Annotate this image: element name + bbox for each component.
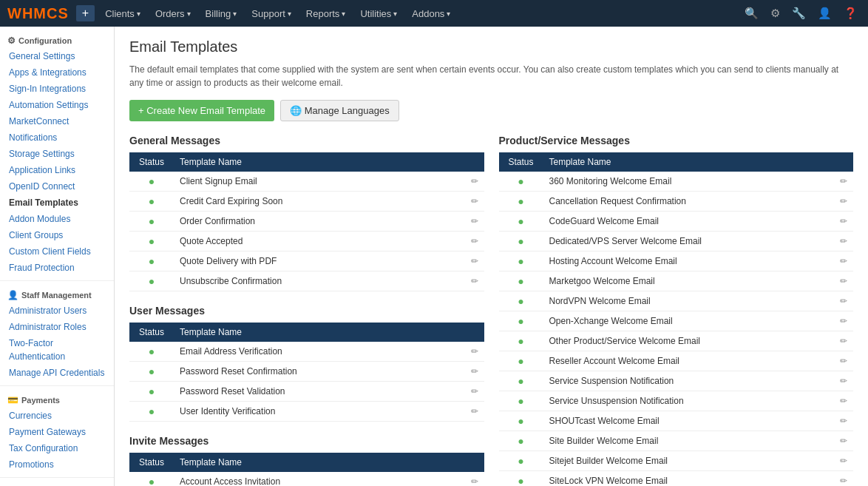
template-name-cell[interactable]: Service Suspension Notification ✏ bbox=[543, 371, 854, 391]
template-name-cell[interactable]: Cancellation Request Confirmation ✏ bbox=[543, 192, 854, 212]
edit-icon[interactable]: ✏ bbox=[471, 256, 478, 266]
template-name-cell[interactable]: 360 Monitoring Welcome Email ✏ bbox=[543, 172, 854, 192]
sidebar-item-tax-configuration[interactable]: Tax Configuration bbox=[0, 440, 114, 456]
edit-icon[interactable]: ✏ bbox=[840, 356, 847, 366]
wrench-icon[interactable]: 🔧 bbox=[789, 5, 809, 21]
edit-icon[interactable]: ✏ bbox=[840, 416, 847, 426]
sidebar-item-promotions[interactable]: Promotions bbox=[0, 456, 114, 473]
template-name-cell[interactable]: NordVPN Welcome Email ✏ bbox=[543, 291, 854, 311]
template-name-cell[interactable]: SHOUTcast Welcome Email ✏ bbox=[543, 411, 854, 431]
template-name-cell[interactable]: Service Unsuspension Notification ✏ bbox=[543, 391, 854, 411]
edit-icon[interactable]: ✏ bbox=[840, 476, 847, 486]
nav-support[interactable]: Support ▾ bbox=[244, 0, 299, 27]
sidebar-item-marketconnect[interactable]: MarketConnect bbox=[0, 113, 114, 129]
edit-icon[interactable]: ✏ bbox=[840, 236, 847, 246]
template-name-cell[interactable]: Hosting Account Welcome Email ✏ bbox=[543, 252, 854, 271]
edit-icon[interactable]: ✏ bbox=[840, 256, 847, 266]
sidebar-item-apps-integrations[interactable]: Apps & Integrations bbox=[0, 64, 114, 81]
layout: ⚙ Configuration General Settings Apps & … bbox=[0, 27, 868, 486]
plus-button[interactable]: + bbox=[76, 5, 95, 21]
edit-icon[interactable]: ✏ bbox=[471, 406, 478, 416]
manage-languages-button[interactable]: 🌐 Manage Languages bbox=[280, 100, 399, 121]
edit-icon[interactable]: ✏ bbox=[471, 366, 478, 377]
edit-icon[interactable]: ✏ bbox=[471, 476, 478, 486]
template-name-cell[interactable]: Password Reset Confirmation ✏ bbox=[174, 362, 484, 382]
template-name-cell[interactable]: Open-Xchange Welcome Email ✏ bbox=[543, 311, 854, 331]
template-name-cell[interactable]: Account Access Invitation ✏ bbox=[174, 472, 484, 486]
table-row: ● NordVPN Welcome Email ✏ bbox=[499, 291, 854, 311]
edit-icon[interactable]: ✏ bbox=[840, 316, 847, 326]
template-name-cell[interactable]: Credit Card Expiring Soon ✏ bbox=[174, 192, 484, 212]
edit-icon[interactable]: ✏ bbox=[840, 176, 847, 186]
sidebar-item-general-settings[interactable]: General Settings bbox=[0, 48, 114, 64]
nav-reports[interactable]: Reports ▾ bbox=[299, 0, 353, 27]
sidebar-item-addon-modules[interactable]: Addon Modules bbox=[0, 211, 114, 227]
edit-icon[interactable]: ✏ bbox=[471, 386, 478, 396]
template-name-cell[interactable]: Quote Accepted ✏ bbox=[174, 232, 484, 252]
edit-icon[interactable]: ✏ bbox=[840, 456, 847, 466]
edit-icon[interactable]: ✏ bbox=[840, 216, 847, 226]
search-icon[interactable]: 🔍 bbox=[742, 5, 762, 21]
template-name-cell[interactable]: Sitejet Builder Welcome Email ✏ bbox=[543, 451, 854, 471]
sidebar-divider-1 bbox=[0, 280, 114, 281]
table-row: ● Hosting Account Welcome Email ✏ bbox=[499, 252, 854, 271]
edit-icon[interactable]: ✏ bbox=[840, 396, 847, 406]
user-icon[interactable]: 👤 bbox=[815, 5, 835, 21]
template-name-cell[interactable]: Reseller Account Welcome Email ✏ bbox=[543, 351, 854, 371]
sidebar-item-openid-connect[interactable]: OpenID Connect bbox=[0, 178, 114, 195]
nav-billing[interactable]: Billing ▾ bbox=[198, 0, 245, 27]
template-name-cell[interactable]: Quote Delivery with PDF ✏ bbox=[174, 252, 484, 271]
template-name-cell[interactable]: Dedicated/VPS Server Welcome Email ✏ bbox=[543, 232, 854, 252]
page-description: The default email templates that come su… bbox=[129, 63, 853, 90]
sidebar-item-application-links[interactable]: Application Links bbox=[0, 162, 114, 178]
sidebar-item-storage-settings[interactable]: Storage Settings bbox=[0, 146, 114, 162]
sidebar-item-admin-users[interactable]: Administrator Users bbox=[0, 303, 114, 319]
edit-icon[interactable]: ✏ bbox=[840, 276, 847, 286]
template-name-cell[interactable]: CodeGuard Welcome Email ✏ bbox=[543, 212, 854, 232]
sidebar-item-automation-settings[interactable]: Automation Settings bbox=[0, 97, 114, 113]
nav-utilities[interactable]: Utilities ▾ bbox=[353, 0, 404, 27]
nav-addons[interactable]: Addons ▾ bbox=[404, 0, 458, 27]
edit-icon[interactable]: ✏ bbox=[840, 376, 847, 386]
template-name-cell[interactable]: Order Confirmation ✏ bbox=[174, 212, 484, 232]
template-name-cell[interactable]: Marketgoo Welcome Email ✏ bbox=[543, 271, 854, 291]
template-name-cell[interactable]: User Identity Verification ✏ bbox=[174, 402, 484, 422]
status-cell: ● bbox=[499, 371, 543, 391]
edit-icon[interactable]: ✏ bbox=[840, 336, 847, 346]
edit-icon[interactable]: ✏ bbox=[471, 276, 478, 286]
template-name-cell[interactable]: Client Signup Email ✏ bbox=[174, 172, 484, 192]
sidebar-item-custom-client-fields[interactable]: Custom Client Fields bbox=[0, 243, 114, 260]
edit-icon[interactable]: ✏ bbox=[840, 296, 847, 306]
edit-icon[interactable]: ✏ bbox=[840, 196, 847, 206]
template-name-cell[interactable]: Password Reset Validation ✏ bbox=[174, 382, 484, 402]
sidebar-item-two-factor[interactable]: Two-Factor Authentication bbox=[0, 335, 114, 365]
help-icon[interactable]: ❓ bbox=[841, 5, 861, 21]
sidebar-item-currencies[interactable]: Currencies bbox=[0, 408, 114, 424]
sidebar-item-api-credentials[interactable]: Manage API Credentials bbox=[0, 365, 114, 381]
sidebar-item-admin-roles[interactable]: Administrator Roles bbox=[0, 319, 114, 335]
edit-icon[interactable]: ✏ bbox=[471, 216, 478, 226]
nav-clients[interactable]: Clients ▾ bbox=[98, 0, 148, 27]
template-name-cell[interactable]: Other Product/Service Welcome Email ✏ bbox=[543, 331, 854, 351]
template-name-cell[interactable]: Unsubscribe Confirmation ✏ bbox=[174, 271, 484, 291]
template-name-cell[interactable]: Site Builder Welcome Email ✏ bbox=[543, 431, 854, 451]
sidebar-item-signin-integrations[interactable]: Sign-In Integrations bbox=[0, 81, 114, 97]
template-name-cell[interactable]: Email Address Verification ✏ bbox=[174, 342, 484, 362]
edit-icon[interactable]: ✏ bbox=[471, 346, 478, 357]
settings-icon[interactable]: ⚙ bbox=[767, 5, 783, 21]
table-row: ● Service Unsuspension Notification ✏ bbox=[499, 391, 854, 411]
sidebar-item-email-templates[interactable]: Email Templates bbox=[0, 195, 114, 211]
sidebar-item-fraud-protection[interactable]: Fraud Protection bbox=[0, 260, 114, 276]
sidebar-item-client-groups[interactable]: Client Groups bbox=[0, 227, 114, 243]
edit-icon[interactable]: ✏ bbox=[471, 236, 478, 246]
status-cell: ● bbox=[129, 271, 174, 291]
product-name-header: Template Name bbox=[543, 152, 854, 172]
edit-icon[interactable]: ✏ bbox=[471, 196, 478, 206]
template-name-cell[interactable]: SiteLock VPN Welcome Email ✏ bbox=[543, 471, 854, 487]
edit-icon[interactable]: ✏ bbox=[471, 176, 478, 186]
create-template-button[interactable]: + Create New Email Template bbox=[129, 100, 274, 121]
edit-icon[interactable]: ✏ bbox=[840, 436, 847, 446]
sidebar-item-notifications[interactable]: Notifications bbox=[0, 129, 114, 146]
nav-orders[interactable]: Orders ▾ bbox=[148, 0, 198, 27]
sidebar-item-payment-gateways[interactable]: Payment Gateways bbox=[0, 424, 114, 440]
